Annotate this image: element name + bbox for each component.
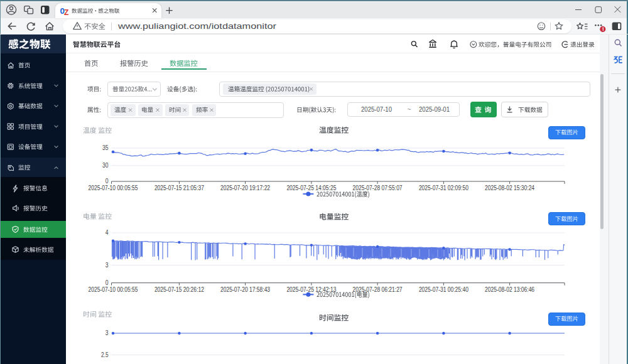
- svg-text:2025-07-15 21:05:37: 2025-07-15 21:05:37: [154, 185, 204, 191]
- svg-text:2025-07-15 20:26:12: 2025-07-15 20:26:12: [154, 286, 204, 293]
- svg-text:2025-07-20 19:17:22: 2025-07-20 19:17:22: [220, 185, 270, 191]
- svg-text:2025-07-10 00:05:55: 2025-07-10 00:05:55: [89, 286, 138, 293]
- svg-text:2025-07-20 17:58:43: 2025-07-20 17:58:43: [220, 286, 270, 293]
- svg-text:2025-07-28 07:55:07: 2025-07-28 07:55:07: [353, 185, 403, 191]
- svg-text:www.puliangiot.com/iotdatamoni: www.puliangiot.com/iotdatamonitor: [117, 22, 276, 31]
- svg-text:2.5: 2.5: [101, 351, 109, 358]
- svg-text:2025-07-31 02:09:50: 2025-07-31 02:09:50: [419, 185, 468, 191]
- svg-text:2025-07-25 12:42:13: 2025-07-25 12:42:13: [286, 286, 336, 293]
- svg-text:2025-07-28 06:21:27: 2025-07-28 06:21:27: [353, 286, 403, 293]
- svg-text:2025-08-02 13:06:46: 2025-08-02 13:06:46: [485, 286, 534, 293]
- svg-text:2025-07-25 14:05:25: 2025-07-25 14:05:25: [286, 185, 336, 191]
- svg-text:2025-09-01: 2025-09-01: [419, 106, 450, 113]
- svg-text:0: 0: [106, 279, 109, 286]
- svg-text:2025-07-10 00:05:55: 2025-07-10 00:05:55: [89, 185, 138, 191]
- svg-text:2025-07-10: 2025-07-10: [361, 106, 392, 113]
- svg-text:4: 4: [106, 229, 109, 236]
- svg-text:2025-07-31 00:25:40: 2025-07-31 00:25:40: [419, 286, 468, 293]
- svg-text:35: 35: [102, 144, 109, 151]
- svg-text:3: 3: [106, 329, 109, 336]
- svg-text:3: 3: [106, 262, 109, 269]
- svg-text:0: 0: [106, 178, 109, 185]
- svg-text:30: 30: [102, 162, 109, 169]
- svg-text:Z: Z: [64, 8, 68, 17]
- svg-text:~: ~: [408, 106, 411, 113]
- svg-text:2025-08-02 15:30:24: 2025-08-02 15:30:24: [485, 185, 534, 191]
